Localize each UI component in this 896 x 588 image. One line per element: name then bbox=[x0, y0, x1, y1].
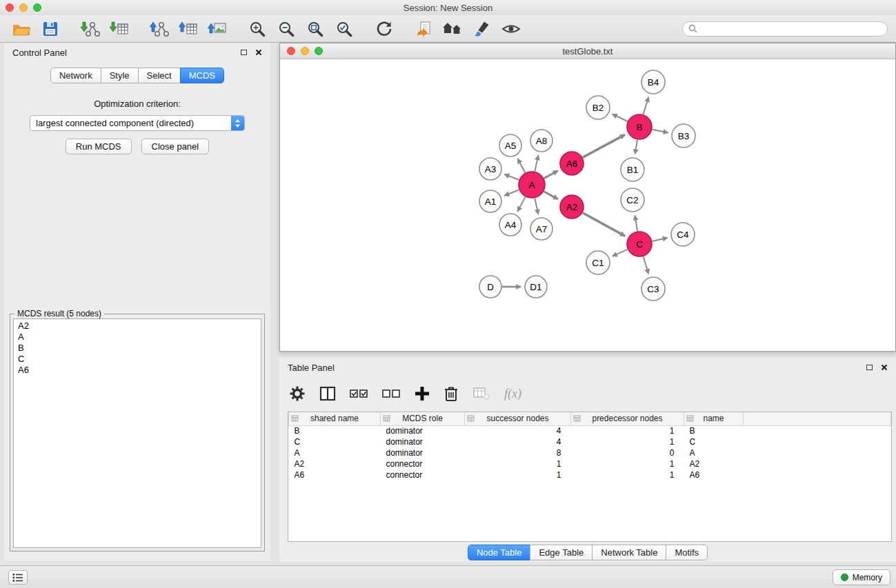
cell-name[interactable]: A2 bbox=[684, 458, 744, 469]
save-session-icon[interactable] bbox=[36, 17, 65, 41]
cell-name[interactable]: B bbox=[684, 425, 744, 436]
home-icon[interactable] bbox=[439, 17, 468, 41]
export-table-icon[interactable] bbox=[174, 17, 203, 41]
edge-C-C1[interactable] bbox=[613, 250, 628, 256]
node-A2[interactable]: A2 bbox=[560, 195, 584, 219]
edge-A-A7[interactable] bbox=[535, 199, 538, 214]
table-row[interactable]: Adominator80A bbox=[289, 447, 891, 458]
memory-button[interactable]: Memory bbox=[833, 569, 890, 585]
close-panel-button[interactable]: Close panel bbox=[141, 139, 210, 154]
node-B3[interactable]: B3 bbox=[672, 124, 695, 148]
table-row[interactable]: Cdominator41C bbox=[289, 436, 891, 447]
network-minimize-icon[interactable] bbox=[301, 47, 309, 55]
edge-B-B2[interactable] bbox=[613, 114, 628, 121]
export-image-icon[interactable] bbox=[203, 17, 232, 41]
cell-mcds-role[interactable]: connector bbox=[381, 458, 465, 469]
table-settings-gear-icon[interactable] bbox=[289, 385, 306, 402]
delete-column-trash-icon[interactable] bbox=[444, 385, 459, 402]
edge-C-C4[interactable] bbox=[653, 238, 668, 241]
edge-A-A5[interactable] bbox=[518, 159, 526, 172]
cell-successor-nodes[interactable]: 4 bbox=[465, 436, 571, 447]
edge-C-C2[interactable] bbox=[635, 216, 638, 232]
edge-B-B3[interactable] bbox=[653, 130, 668, 133]
task-history-list-icon[interactable] bbox=[8, 570, 28, 585]
edge-A-A4[interactable] bbox=[517, 197, 525, 212]
float-panel-icon[interactable] bbox=[241, 50, 247, 55]
edge-A2-C[interactable] bbox=[583, 213, 625, 236]
tab-mcds[interactable]: MCDS bbox=[180, 68, 224, 83]
zoom-window-icon[interactable] bbox=[33, 3, 41, 12]
cell-shared-name[interactable]: A2 bbox=[289, 458, 381, 469]
edge-B-B1[interactable] bbox=[635, 140, 637, 154]
tab-select[interactable]: Select bbox=[138, 68, 181, 83]
node-C4[interactable]: C4 bbox=[671, 223, 695, 246]
run-mcds-button[interactable]: Run MCDS bbox=[66, 139, 132, 154]
cell-name[interactable]: C bbox=[684, 436, 744, 447]
deselect-all-rows-icon[interactable] bbox=[382, 387, 401, 400]
show-details-eye-icon[interactable] bbox=[497, 17, 526, 41]
node-A1[interactable]: A1 bbox=[479, 190, 501, 212]
table-row[interactable]: A2connector11A2 bbox=[289, 458, 891, 469]
cell-successor-nodes[interactable]: 4 bbox=[465, 425, 571, 436]
close-window-icon[interactable] bbox=[6, 3, 14, 12]
cell-successor-nodes[interactable]: 1 bbox=[465, 469, 571, 480]
column-header-successor-nodes[interactable]: successor nodes bbox=[465, 412, 571, 425]
export-network-icon[interactable] bbox=[145, 17, 174, 41]
cell-predecessor-nodes[interactable]: 1 bbox=[571, 469, 684, 480]
add-column-icon[interactable] bbox=[415, 386, 430, 401]
cell-shared-name[interactable]: A bbox=[289, 447, 381, 458]
cell-shared-name[interactable]: B bbox=[289, 425, 381, 436]
node-B[interactable]: B bbox=[627, 114, 652, 139]
edge-B-B4[interactable] bbox=[644, 97, 649, 114]
close-panel-icon[interactable] bbox=[255, 49, 262, 56]
cell-predecessor-nodes[interactable]: 1 bbox=[571, 436, 684, 447]
cell-shared-name[interactable]: C bbox=[289, 436, 381, 447]
edge-C-C3[interactable] bbox=[644, 256, 649, 274]
network-close-icon[interactable] bbox=[287, 47, 295, 55]
mcds-result-list[interactable]: A2ABCA6 bbox=[13, 318, 261, 548]
cell-predecessor-nodes[interactable]: 1 bbox=[571, 458, 684, 469]
table-row[interactable]: Bdominator41B bbox=[289, 425, 891, 436]
optimization-criterion-dropdown[interactable]: largest connected component (directed) bbox=[30, 115, 245, 131]
edge-A6-B[interactable] bbox=[583, 134, 625, 157]
result-item[interactable]: A bbox=[14, 332, 261, 343]
cell-predecessor-nodes[interactable]: 0 bbox=[571, 447, 684, 458]
search-input[interactable] bbox=[701, 24, 882, 34]
cell-mcds-role[interactable]: connector bbox=[381, 469, 465, 480]
edge-A-A3[interactable] bbox=[505, 174, 519, 180]
show-columns-icon[interactable] bbox=[319, 386, 336, 401]
node-A[interactable]: A bbox=[519, 172, 545, 198]
network-zoom-icon[interactable] bbox=[315, 47, 323, 55]
node-C1[interactable]: C1 bbox=[586, 251, 610, 274]
cell-predecessor-nodes[interactable]: 1 bbox=[571, 425, 684, 436]
zoom-out-icon[interactable] bbox=[272, 17, 301, 41]
result-item[interactable]: C bbox=[14, 354, 261, 365]
close-table-panel-icon[interactable] bbox=[881, 364, 888, 371]
node-A7[interactable]: A7 bbox=[530, 218, 552, 240]
column-header-mcds-role[interactable]: MCDS role bbox=[381, 412, 465, 425]
table-tab-node-table[interactable]: Node Table bbox=[468, 545, 531, 560]
node-B2[interactable]: B2 bbox=[586, 96, 610, 119]
node-B4[interactable]: B4 bbox=[641, 70, 665, 94]
column-header-predecessor-nodes[interactable]: predecessor nodes bbox=[571, 412, 684, 425]
node-A8[interactable]: A8 bbox=[530, 130, 552, 152]
cell-mcds-role[interactable]: dominator bbox=[381, 447, 465, 458]
import-network-icon[interactable] bbox=[76, 17, 105, 41]
select-all-rows-icon[interactable] bbox=[350, 387, 368, 400]
network-canvas[interactable]: B4B2BB3A5A8A6A3AB1A1A2C2A4A7C4CC1DD1C3 bbox=[280, 59, 895, 351]
zoom-fit-icon[interactable] bbox=[301, 17, 330, 41]
column-header-shared-name[interactable]: shared name bbox=[289, 412, 381, 425]
tab-style[interactable]: Style bbox=[101, 68, 139, 83]
tab-network[interactable]: Network bbox=[50, 68, 101, 83]
edge-A-A6[interactable] bbox=[544, 171, 558, 179]
node-B1[interactable]: B1 bbox=[621, 158, 644, 181]
node-A4[interactable]: A4 bbox=[499, 214, 521, 236]
cell-name[interactable]: A bbox=[684, 447, 744, 458]
open-session-icon[interactable] bbox=[7, 17, 36, 41]
node-C2[interactable]: C2 bbox=[621, 188, 644, 212]
zoom-selected-icon[interactable] bbox=[330, 17, 359, 41]
result-item[interactable]: A2 bbox=[14, 321, 261, 332]
zoom-in-icon[interactable] bbox=[243, 17, 272, 41]
node-C3[interactable]: C3 bbox=[641, 277, 665, 301]
node-D1[interactable]: D1 bbox=[525, 276, 547, 298]
